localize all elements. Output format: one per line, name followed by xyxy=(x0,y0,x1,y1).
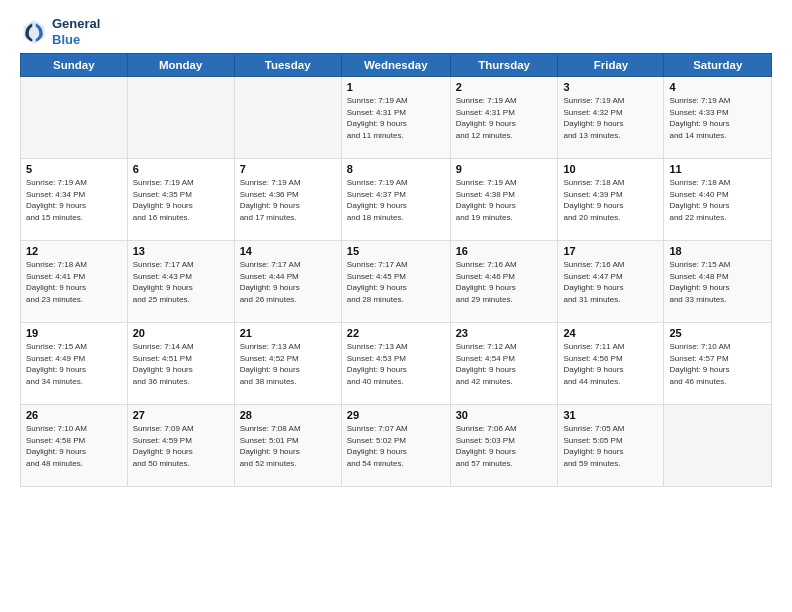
day-number: 1 xyxy=(347,81,445,93)
day-info: Sunrise: 7:16 AM Sunset: 4:47 PM Dayligh… xyxy=(563,259,658,305)
day-info: Sunrise: 7:18 AM Sunset: 4:40 PM Dayligh… xyxy=(669,177,766,223)
calendar-cell xyxy=(234,77,341,159)
weekday-header-row: SundayMondayTuesdayWednesdayThursdayFrid… xyxy=(21,54,772,77)
calendar-cell: 24Sunrise: 7:11 AM Sunset: 4:56 PM Dayli… xyxy=(558,323,664,405)
calendar-cell: 11Sunrise: 7:18 AM Sunset: 4:40 PM Dayli… xyxy=(664,159,772,241)
calendar-cell: 25Sunrise: 7:10 AM Sunset: 4:57 PM Dayli… xyxy=(664,323,772,405)
day-info: Sunrise: 7:13 AM Sunset: 4:52 PM Dayligh… xyxy=(240,341,336,387)
day-number: 19 xyxy=(26,327,122,339)
day-number: 31 xyxy=(563,409,658,421)
calendar-cell xyxy=(21,77,128,159)
logo-icon xyxy=(20,18,48,46)
weekday-header-friday: Friday xyxy=(558,54,664,77)
calendar-cell: 7Sunrise: 7:19 AM Sunset: 4:36 PM Daylig… xyxy=(234,159,341,241)
calendar-cell: 20Sunrise: 7:14 AM Sunset: 4:51 PM Dayli… xyxy=(127,323,234,405)
calendar-week-4: 19Sunrise: 7:15 AM Sunset: 4:49 PM Dayli… xyxy=(21,323,772,405)
day-info: Sunrise: 7:19 AM Sunset: 4:31 PM Dayligh… xyxy=(347,95,445,141)
calendar-cell: 16Sunrise: 7:16 AM Sunset: 4:46 PM Dayli… xyxy=(450,241,558,323)
day-info: Sunrise: 7:16 AM Sunset: 4:46 PM Dayligh… xyxy=(456,259,553,305)
day-info: Sunrise: 7:15 AM Sunset: 4:49 PM Dayligh… xyxy=(26,341,122,387)
page: General Blue SundayMondayTuesdayWednesda… xyxy=(0,0,792,612)
calendar-cell: 21Sunrise: 7:13 AM Sunset: 4:52 PM Dayli… xyxy=(234,323,341,405)
day-info: Sunrise: 7:08 AM Sunset: 5:01 PM Dayligh… xyxy=(240,423,336,469)
day-number: 6 xyxy=(133,163,229,175)
weekday-header-saturday: Saturday xyxy=(664,54,772,77)
calendar-cell: 15Sunrise: 7:17 AM Sunset: 4:45 PM Dayli… xyxy=(341,241,450,323)
day-info: Sunrise: 7:19 AM Sunset: 4:34 PM Dayligh… xyxy=(26,177,122,223)
day-number: 25 xyxy=(669,327,766,339)
calendar-cell: 5Sunrise: 7:19 AM Sunset: 4:34 PM Daylig… xyxy=(21,159,128,241)
day-info: Sunrise: 7:17 AM Sunset: 4:44 PM Dayligh… xyxy=(240,259,336,305)
calendar-cell xyxy=(127,77,234,159)
day-info: Sunrise: 7:10 AM Sunset: 4:58 PM Dayligh… xyxy=(26,423,122,469)
calendar-cell: 3Sunrise: 7:19 AM Sunset: 4:32 PM Daylig… xyxy=(558,77,664,159)
calendar-cell: 2Sunrise: 7:19 AM Sunset: 4:31 PM Daylig… xyxy=(450,77,558,159)
day-number: 18 xyxy=(669,245,766,257)
day-info: Sunrise: 7:09 AM Sunset: 4:59 PM Dayligh… xyxy=(133,423,229,469)
day-number: 13 xyxy=(133,245,229,257)
day-info: Sunrise: 7:19 AM Sunset: 4:31 PM Dayligh… xyxy=(456,95,553,141)
calendar-body: 1Sunrise: 7:19 AM Sunset: 4:31 PM Daylig… xyxy=(21,77,772,487)
calendar-cell: 22Sunrise: 7:13 AM Sunset: 4:53 PM Dayli… xyxy=(341,323,450,405)
calendar-cell: 23Sunrise: 7:12 AM Sunset: 4:54 PM Dayli… xyxy=(450,323,558,405)
day-number: 23 xyxy=(456,327,553,339)
day-info: Sunrise: 7:17 AM Sunset: 4:45 PM Dayligh… xyxy=(347,259,445,305)
day-info: Sunrise: 7:05 AM Sunset: 5:05 PM Dayligh… xyxy=(563,423,658,469)
day-info: Sunrise: 7:19 AM Sunset: 4:38 PM Dayligh… xyxy=(456,177,553,223)
day-number: 8 xyxy=(347,163,445,175)
day-info: Sunrise: 7:07 AM Sunset: 5:02 PM Dayligh… xyxy=(347,423,445,469)
day-info: Sunrise: 7:18 AM Sunset: 4:39 PM Dayligh… xyxy=(563,177,658,223)
day-number: 15 xyxy=(347,245,445,257)
calendar-cell: 17Sunrise: 7:16 AM Sunset: 4:47 PM Dayli… xyxy=(558,241,664,323)
day-number: 28 xyxy=(240,409,336,421)
day-info: Sunrise: 7:19 AM Sunset: 4:35 PM Dayligh… xyxy=(133,177,229,223)
day-number: 26 xyxy=(26,409,122,421)
calendar-week-5: 26Sunrise: 7:10 AM Sunset: 4:58 PM Dayli… xyxy=(21,405,772,487)
day-info: Sunrise: 7:19 AM Sunset: 4:32 PM Dayligh… xyxy=(563,95,658,141)
day-number: 22 xyxy=(347,327,445,339)
calendar-week-2: 5Sunrise: 7:19 AM Sunset: 4:34 PM Daylig… xyxy=(21,159,772,241)
calendar-cell: 1Sunrise: 7:19 AM Sunset: 4:31 PM Daylig… xyxy=(341,77,450,159)
weekday-header-tuesday: Tuesday xyxy=(234,54,341,77)
calendar-cell: 14Sunrise: 7:17 AM Sunset: 4:44 PM Dayli… xyxy=(234,241,341,323)
calendar-cell: 12Sunrise: 7:18 AM Sunset: 4:41 PM Dayli… xyxy=(21,241,128,323)
day-number: 2 xyxy=(456,81,553,93)
day-number: 29 xyxy=(347,409,445,421)
calendar-week-3: 12Sunrise: 7:18 AM Sunset: 4:41 PM Dayli… xyxy=(21,241,772,323)
weekday-header-wednesday: Wednesday xyxy=(341,54,450,77)
day-info: Sunrise: 7:11 AM Sunset: 4:56 PM Dayligh… xyxy=(563,341,658,387)
day-number: 17 xyxy=(563,245,658,257)
weekday-header-sunday: Sunday xyxy=(21,54,128,77)
day-number: 10 xyxy=(563,163,658,175)
day-info: Sunrise: 7:06 AM Sunset: 5:03 PM Dayligh… xyxy=(456,423,553,469)
day-number: 24 xyxy=(563,327,658,339)
day-info: Sunrise: 7:14 AM Sunset: 4:51 PM Dayligh… xyxy=(133,341,229,387)
day-info: Sunrise: 7:19 AM Sunset: 4:36 PM Dayligh… xyxy=(240,177,336,223)
calendar-cell: 19Sunrise: 7:15 AM Sunset: 4:49 PM Dayli… xyxy=(21,323,128,405)
day-number: 11 xyxy=(669,163,766,175)
day-info: Sunrise: 7:19 AM Sunset: 4:37 PM Dayligh… xyxy=(347,177,445,223)
day-number: 12 xyxy=(26,245,122,257)
day-number: 4 xyxy=(669,81,766,93)
calendar-cell xyxy=(664,405,772,487)
day-number: 21 xyxy=(240,327,336,339)
day-info: Sunrise: 7:12 AM Sunset: 4:54 PM Dayligh… xyxy=(456,341,553,387)
day-number: 16 xyxy=(456,245,553,257)
calendar-cell: 27Sunrise: 7:09 AM Sunset: 4:59 PM Dayli… xyxy=(127,405,234,487)
calendar-cell: 18Sunrise: 7:15 AM Sunset: 4:48 PM Dayli… xyxy=(664,241,772,323)
logo-text: General Blue xyxy=(52,16,100,47)
weekday-header-monday: Monday xyxy=(127,54,234,77)
day-number: 20 xyxy=(133,327,229,339)
day-number: 3 xyxy=(563,81,658,93)
day-info: Sunrise: 7:15 AM Sunset: 4:48 PM Dayligh… xyxy=(669,259,766,305)
day-info: Sunrise: 7:13 AM Sunset: 4:53 PM Dayligh… xyxy=(347,341,445,387)
day-number: 5 xyxy=(26,163,122,175)
day-number: 14 xyxy=(240,245,336,257)
calendar-cell: 30Sunrise: 7:06 AM Sunset: 5:03 PM Dayli… xyxy=(450,405,558,487)
calendar-cell: 9Sunrise: 7:19 AM Sunset: 4:38 PM Daylig… xyxy=(450,159,558,241)
calendar-cell: 26Sunrise: 7:10 AM Sunset: 4:58 PM Dayli… xyxy=(21,405,128,487)
calendar-cell: 4Sunrise: 7:19 AM Sunset: 4:33 PM Daylig… xyxy=(664,77,772,159)
header: General Blue xyxy=(20,16,772,47)
calendar-table: SundayMondayTuesdayWednesdayThursdayFrid… xyxy=(20,53,772,487)
calendar-week-1: 1Sunrise: 7:19 AM Sunset: 4:31 PM Daylig… xyxy=(21,77,772,159)
